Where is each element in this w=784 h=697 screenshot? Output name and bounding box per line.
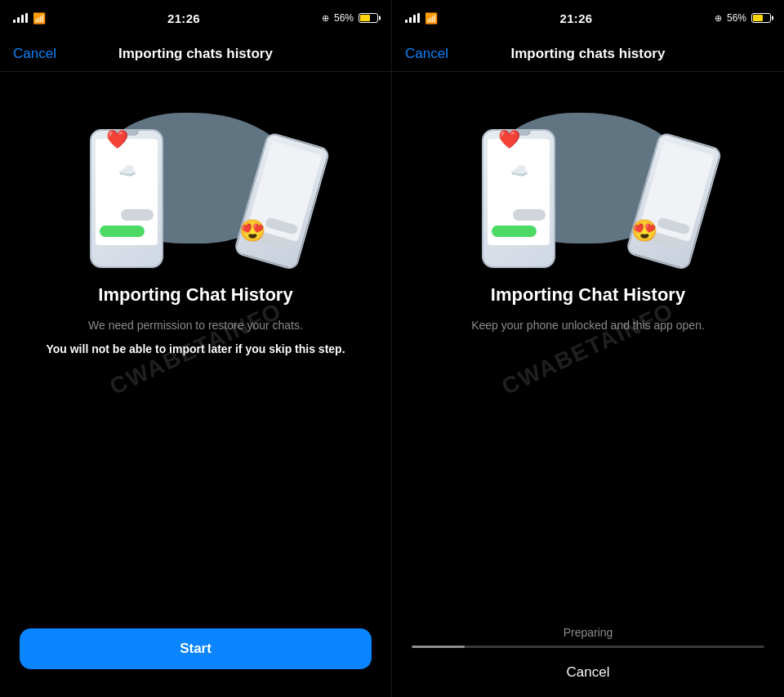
right-screen: 📶 21:26 ⊕ 56% Cancel Importing chats his… <box>392 0 784 697</box>
sub-text-left: We need permission to restore your chats… <box>88 317 303 334</box>
location-icon-right: ⊕ <box>715 13 722 24</box>
main-title-left: Importing Chat History <box>98 284 292 306</box>
bold-warning-left: You will not be able to import later if … <box>46 341 345 358</box>
signal-icon-right <box>405 13 420 23</box>
status-right-left-icons: 📶 <box>405 12 438 25</box>
status-bar-left: 📶 21:26 ⊕ 56% <box>0 0 391 36</box>
progress-bar-fill <box>412 646 465 648</box>
heart-icon-left: ❤️ <box>106 129 128 150</box>
status-left-icons: 📶 <box>13 12 46 25</box>
time-right: 21:26 <box>560 11 593 25</box>
wifi-icon: 📶 <box>33 12 46 25</box>
nav-title-right: Importing chats history <box>511 46 666 62</box>
status-right-icons-r: ⊕ 56% <box>715 12 771 24</box>
cloud-icon-left: ☁️ <box>118 162 136 180</box>
emoji-icon-right: 😍 <box>631 218 657 244</box>
preparing-area: Preparing Cancel <box>392 626 784 681</box>
wifi-icon-right: 📶 <box>425 12 438 25</box>
content-left: ❤️ ☁️ 😍 Importing Chat History We need p… <box>0 72 391 612</box>
preparing-label: Preparing <box>412 626 764 639</box>
nav-bar-left: Cancel Importing chats history <box>0 36 391 72</box>
illustration-left: ❤️ ☁️ 😍 <box>82 88 310 268</box>
content-right: ❤️ ☁️ 😍 Importing Chat History Keep your… <box>392 72 784 626</box>
cancel-button-right-nav[interactable]: Cancel <box>405 46 448 62</box>
nav-bar-right: Cancel Importing chats history <box>392 36 784 72</box>
battery-icon-right <box>751 13 771 23</box>
cancel-button-left[interactable]: Cancel <box>13 46 56 62</box>
nav-title-left: Importing chats history <box>118 46 273 62</box>
time-left: 21:26 <box>167 11 200 25</box>
emoji-icon-left: 😍 <box>239 218 265 244</box>
status-right-icons: ⊕ 56% <box>322 12 378 24</box>
heart-icon-right: ❤️ <box>498 129 520 150</box>
cloud-icon-right: ☁️ <box>510 162 528 180</box>
status-bar-right: 📶 21:26 ⊕ 56% <box>392 0 784 36</box>
location-icon: ⊕ <box>322 13 329 24</box>
battery-percent-left: 56% <box>334 12 354 24</box>
battery-icon-left <box>359 13 378 23</box>
cancel-button-right[interactable]: Cancel <box>412 664 764 681</box>
signal-icon <box>13 13 28 23</box>
left-screen: 📶 21:26 ⊕ 56% Cancel Importing chats his… <box>0 0 392 697</box>
main-title-right: Importing Chat History <box>491 284 685 306</box>
sub-text-right: Keep your phone unlocked and this app op… <box>471 317 705 334</box>
battery-percent-right: 56% <box>727 12 746 24</box>
progress-bar-track <box>412 646 764 648</box>
illustration-right: ❤️ ☁️ 😍 <box>474 88 702 268</box>
bottom-area-left: Start <box>0 612 391 697</box>
start-button[interactable]: Start <box>20 628 372 669</box>
